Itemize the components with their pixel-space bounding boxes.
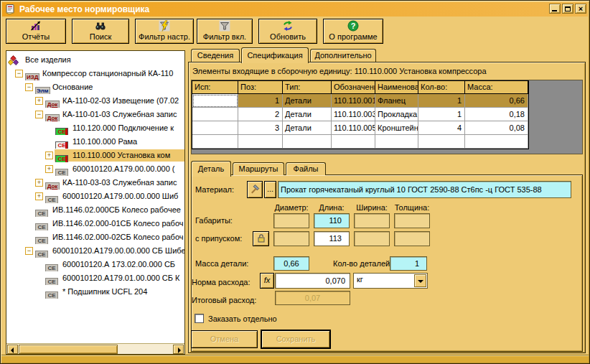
table-cell[interactable]: 1 <box>418 108 465 121</box>
tree-item[interactable]: СЕ600010120.А179.01.00.000 СБ К <box>6 271 184 285</box>
tree-item[interactable]: СЕИВ.1146.02.000-01СБ Колесо рабоч <box>6 217 184 230</box>
material-field[interactable]: Прокат горячекатаный круглый 10 ГОСТ 259… <box>278 181 571 198</box>
table-row[interactable]: 1Детали110.110.001Фланец10,66 <box>192 94 528 108</box>
filter-settings-button[interactable]: Фильтр настр. <box>135 19 194 44</box>
table-header-cell[interactable]: Наименован <box>375 81 418 94</box>
material-browse-button[interactable]: ... <box>264 181 276 198</box>
gabarity-length-field[interactable]: 110 <box>314 213 350 228</box>
tab-detal[interactable]: Деталь <box>191 161 231 177</box>
tree-collapse-icon[interactable]: − <box>25 83 33 91</box>
table-cell[interactable]: 110.110.001 <box>332 94 375 108</box>
table-cell[interactable] <box>418 135 465 149</box>
table-cell[interactable]: 0,18 <box>465 108 528 121</box>
scroll-right-button[interactable] <box>173 345 184 354</box>
table-header-cell[interactable]: Исп: <box>192 81 238 94</box>
tree-item[interactable]: СЕ110.100.000 Рама <box>6 135 184 149</box>
tree-expand-icon[interactable]: + <box>35 97 43 105</box>
tree-collapse-icon[interactable]: − <box>35 111 43 118</box>
tab-dopolnitelno[interactable]: Дополнительно <box>310 49 376 62</box>
table-row[interactable]: 2Детали110.110.003Прокладка10,18 <box>192 108 528 121</box>
table-cell[interactable] <box>465 135 528 149</box>
tree-item[interactable]: СЕИВ.1146.02.000СБ Колесо рабочее <box>6 203 184 217</box>
pripusk-length-field[interactable]: 113 <box>314 231 350 246</box>
refresh-button[interactable]: Обновить <box>258 19 317 44</box>
table-cell[interactable]: 2 <box>238 108 283 121</box>
table-cell[interactable]: 4 <box>418 121 465 135</box>
scroll-left-button[interactable] <box>7 345 18 354</box>
tree-item[interactable]: Все изделия <box>6 53 184 67</box>
table-header-cell[interactable]: Масса: <box>465 81 528 94</box>
norm-input[interactable]: 0,070 <box>275 273 350 289</box>
tree-item[interactable]: +СЕ600010120.А179.00.00.000 ( <box>6 162 184 176</box>
tree-item[interactable]: +ДокКА-110-03-03 Служебная запис <box>6 176 184 190</box>
tree-item[interactable]: +СЕ600010120.А179.00.00.000 Шиб <box>6 190 184 203</box>
order-separately-checkbox[interactable] <box>195 314 204 323</box>
table-cell[interactable]: Кронштейн <box>375 121 418 135</box>
tab-marshruty[interactable]: Маршруты <box>233 162 284 175</box>
tree-expand-icon[interactable]: + <box>35 192 43 200</box>
table-header-cell[interactable]: Тип: <box>283 81 332 94</box>
save-button[interactable]: Сохранить <box>261 330 330 348</box>
table-cell[interactable]: 1 <box>418 94 465 108</box>
scrollbar-thumb[interactable] <box>19 345 118 354</box>
table-cell[interactable]: Детали <box>283 108 332 121</box>
tree-item[interactable]: +ДокКА-110-02-03 Извещение (07.02 <box>6 94 184 108</box>
table-row[interactable] <box>192 135 528 149</box>
tree-item[interactable]: СЕ600010120.А 173.02.00.000 СБ <box>6 258 184 271</box>
tree-expand-icon[interactable]: + <box>35 179 43 187</box>
table-cell[interactable] <box>332 135 375 149</box>
minimize-button[interactable] <box>549 4 561 14</box>
qty-field[interactable]: 1 <box>390 256 427 271</box>
table-cell[interactable] <box>192 108 238 121</box>
table-header-cell[interactable]: Обозначени <box>332 81 375 94</box>
tab-specifikaciya[interactable]: Спецификация <box>241 47 309 63</box>
filter-on-button[interactable]: Фильтр вкл. <box>197 19 253 44</box>
table-cell[interactable]: Детали <box>283 94 332 108</box>
about-button[interactable]: ?О программе <box>323 19 383 44</box>
table-cell[interactable]: 110.110.005 <box>332 121 375 135</box>
table-cell[interactable] <box>238 135 283 149</box>
table-cell[interactable]: 3 <box>238 121 283 135</box>
cancel-button[interactable]: Отмена <box>191 330 258 348</box>
fx-formula-button[interactable]: fx <box>260 273 274 289</box>
tree-collapse-icon[interactable]: − <box>25 247 33 255</box>
lock-button[interactable] <box>253 231 269 246</box>
table-cell[interactable]: Прокладка <box>375 108 418 121</box>
table-row[interactable]: 3Детали110.110.005Кронштейн40,08 <box>192 121 528 135</box>
tree-expand-icon[interactable]: + <box>45 165 53 173</box>
mass-field[interactable]: 0,66 <box>273 256 309 271</box>
table-cell[interactable]: Детали <box>283 121 332 135</box>
tree-collapse-icon[interactable]: − <box>15 70 23 78</box>
table-cell[interactable]: Фланец <box>375 94 418 108</box>
table-cell[interactable] <box>283 135 332 149</box>
table-cell[interactable] <box>192 121 238 135</box>
search-button[interactable]: Поиск <box>72 19 129 44</box>
tree-expand-icon[interactable]: + <box>45 151 53 159</box>
tree-item[interactable]: −СЕ600010120.А179.00.00.000 СБ Шибе <box>6 244 184 258</box>
tab-faily[interactable]: Файлы <box>286 162 326 175</box>
table-cell[interactable]: 110.110.003 <box>332 108 375 121</box>
tree-item[interactable]: СЕ* Подшипник UCFL 204 <box>6 285 184 299</box>
reports-button[interactable]: Отчёты <box>6 19 66 44</box>
table-header-cell[interactable]: Поз: <box>238 81 283 94</box>
table-header-cell[interactable]: Кол-во: <box>418 81 465 94</box>
close-button[interactable]: × <box>575 4 586 14</box>
tree-item[interactable]: +СЕ110.110.000 Установка ком <box>6 149 184 162</box>
material-picker-button[interactable] <box>247 181 263 198</box>
table-cell[interactable]: 0,66 <box>465 94 528 108</box>
unit-select[interactable]: кг <box>353 273 428 289</box>
table-cell[interactable]: 0,08 <box>465 121 528 135</box>
tree-item[interactable]: −ДокКА-110-01-03 Служебная запис <box>6 108 184 121</box>
tab-svedeniya[interactable]: Сведения <box>191 49 240 62</box>
tree-item[interactable]: СЕИВ.1146.02.000-02СБ Колесо рабоч <box>6 230 184 244</box>
table-cell[interactable]: 1 <box>238 94 283 108</box>
table-cell[interactable] <box>375 135 418 149</box>
table-cell[interactable] <box>192 94 238 108</box>
tree-item[interactable]: −ЭлмОснование <box>6 80 184 94</box>
tree-item[interactable]: −ИЗДКомпрессор станционарный КА-110 <box>6 67 184 80</box>
dropdown-arrow-button[interactable] <box>414 274 426 287</box>
table-cell[interactable] <box>192 135 238 149</box>
maximize-button[interactable] <box>562 4 573 14</box>
tree-horizontal-scrollbar[interactable] <box>6 343 184 354</box>
tree-item[interactable]: СЕ110.120.000 Подключение к <box>6 121 184 135</box>
